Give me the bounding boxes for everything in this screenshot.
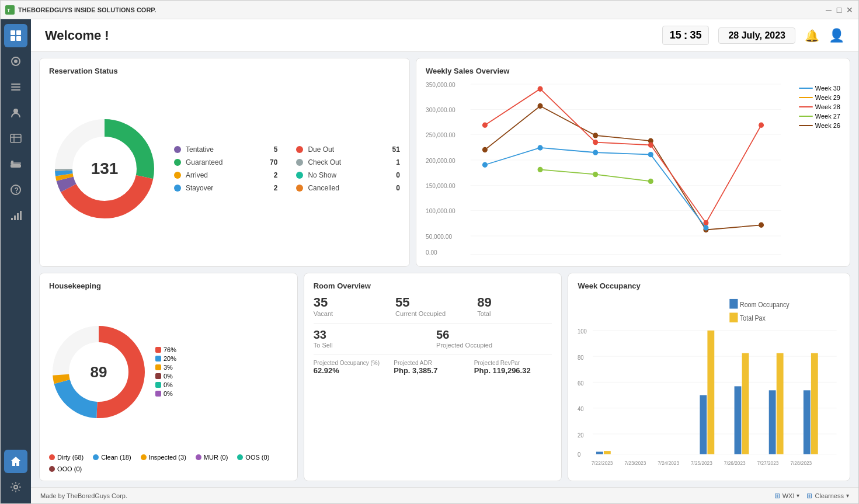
clean-icon (155, 356, 161, 362)
mur-legend: MUR (0) (196, 454, 228, 461)
week26-pt1 (482, 147, 488, 152)
no-show-value: 0 (388, 171, 400, 179)
week26-line (485, 106, 761, 230)
bar-pax-3 (708, 330, 715, 454)
tentative-dot (174, 146, 181, 153)
time-minutes: 35 (690, 29, 701, 41)
week-occupancy-chart-area: Room Occupancy Total Pax 100 80 60 40 20… (578, 295, 840, 473)
due-out-dot (296, 146, 303, 153)
proj-occ-label: Projected Occupancy (%) (314, 360, 392, 366)
room-vacant-label: Vacant (314, 310, 388, 317)
housekeeping-total: 89 (91, 363, 107, 381)
sidebar-item-person[interactable] (4, 101, 27, 124)
guaranteed-label: Guaranteed (186, 158, 261, 166)
due-out-value: 51 (388, 145, 400, 154)
svg-rect-15 (11, 164, 21, 168)
housekeeping-bottom-legend: Dirty (68) Clean (18) Inspected (3) (49, 454, 288, 472)
status-right: ⊞ WXI ▾ ⊞ Clearness ▾ (774, 492, 849, 500)
dirty-legend-dot (49, 454, 55, 460)
week-occupancy-title: Week Occupancy (578, 281, 840, 290)
reservation-status-content: 131 Tentative 5 Due Out (49, 80, 400, 258)
proj-occupancy: Projected Occupancy (%) 62.92% (314, 360, 392, 375)
week30-pt4 (648, 152, 653, 157)
maximize-button[interactable]: □ (835, 6, 843, 14)
legend-stayover: Stayover 2 (174, 184, 277, 192)
tentative-value: 5 (266, 145, 277, 154)
svg-text:20: 20 (578, 431, 584, 438)
oos-legend-dot (237, 454, 243, 460)
room-financial: Projected Occupancy (%) 62.92% Projected… (314, 360, 552, 375)
minimize-button[interactable]: ─ (825, 6, 833, 14)
oos-pct: 0% (155, 381, 176, 388)
stayover-dot (174, 185, 181, 192)
proj-revpar-label: Projected RevPar (474, 360, 552, 366)
room-to-sell: 33 To Sell (314, 328, 429, 349)
legend-guaranteed: Guaranteed 70 (174, 158, 277, 166)
user-icon[interactable]: 👤 (829, 28, 844, 43)
bar-room-4 (735, 386, 742, 454)
svg-text:350,000.00: 350,000.00 (426, 82, 455, 88)
room-occupied-value: 55 (395, 295, 470, 310)
housekeeping-title: Housekeeping (49, 281, 288, 290)
week30-pt5 (703, 225, 708, 230)
wxi-chevron[interactable]: ▾ (797, 492, 799, 499)
weekly-sales-title: Weekly Sales Overview (426, 67, 840, 75)
cancelled-label: Cancelled (308, 184, 383, 192)
time-hours: 15 (670, 29, 681, 41)
bar-room-0 (596, 451, 603, 454)
clean-legend-dot (93, 454, 99, 460)
reservation-legend: Tentative 5 Due Out 51 (174, 145, 400, 192)
guaranteed-dot (174, 159, 181, 166)
clearness-chevron[interactable]: ▾ (846, 492, 849, 499)
svg-text:7/22/2023: 7/22/2023 (592, 460, 613, 466)
svg-rect-17 (11, 161, 13, 164)
room-occ-legend-box (730, 298, 738, 308)
svg-rect-12 (11, 134, 21, 142)
room-overview-card: Room Overview 35 Vacant 55 Current Occup… (304, 273, 562, 482)
sidebar-item-monitor[interactable] (4, 50, 27, 73)
sidebar-item-home[interactable] (4, 450, 27, 473)
svg-text:0: 0 (578, 451, 581, 458)
ooo-legend-dot (49, 466, 55, 472)
svg-text:7/26/2023: 7/26/2023 (724, 460, 746, 466)
bar-pax-0 (604, 451, 611, 454)
window-controls[interactable]: ─ □ ✕ (825, 6, 854, 14)
week28-pt4 (648, 142, 653, 148)
sidebar-item-bed[interactable] (4, 152, 27, 176)
to-sell-value: 33 (314, 328, 429, 342)
svg-text:7/28/2023: 7/28/2023 (791, 460, 812, 466)
svg-text:250,000.00: 250,000.00 (426, 132, 455, 138)
svg-text:100,000.00: 100,000.00 (426, 208, 455, 214)
proj-adr: Projected ADR Php. 3,385.7 (394, 360, 472, 375)
oos-legend: OOS (0) (237, 454, 269, 461)
mur-icon (155, 373, 161, 379)
housekeeping-pct-legend: 76% 20% 3% (155, 346, 176, 397)
inspected-icon (155, 364, 161, 370)
room-vacant: 35 Vacant (314, 295, 388, 317)
sidebar-item-reports[interactable] (4, 204, 27, 227)
week28-pt6 (759, 123, 764, 128)
svg-text:T: T (7, 8, 11, 13)
sidebar-item-list[interactable] (4, 75, 27, 99)
total-pax-legend-text: Total Pax (740, 314, 766, 322)
tentative-label: Tentative (186, 145, 261, 154)
sidebar-item-table[interactable] (4, 127, 27, 150)
notification-icon[interactable]: 🔔 (805, 29, 819, 43)
to-sell-label: To Sell (314, 342, 429, 349)
svg-text:150,000.00: 150,000.00 (426, 183, 455, 189)
svg-rect-3 (16, 30, 21, 35)
svg-text:300,000.00: 300,000.00 (426, 107, 455, 113)
week29-legend: Week 29 (799, 94, 840, 101)
clean-pct: 20% (155, 355, 176, 362)
svg-point-7 (14, 60, 18, 63)
legend-no-show: No Show 0 (296, 171, 399, 179)
svg-rect-10 (11, 89, 20, 91)
close-button[interactable]: ✕ (846, 6, 854, 14)
status-bar: Made by TheBoredGuys Corp. ⊞ WXI ▾ ⊞ Cle… (31, 487, 858, 503)
sidebar-item-settings[interactable] (4, 475, 27, 499)
sidebar-item-dashboard[interactable] (4, 24, 27, 47)
legend-cancelled: Cancelled 0 (296, 184, 399, 192)
arrived-dot (174, 172, 181, 179)
svg-text:60: 60 (578, 380, 584, 387)
sidebar-item-help[interactable]: ? (4, 178, 27, 201)
